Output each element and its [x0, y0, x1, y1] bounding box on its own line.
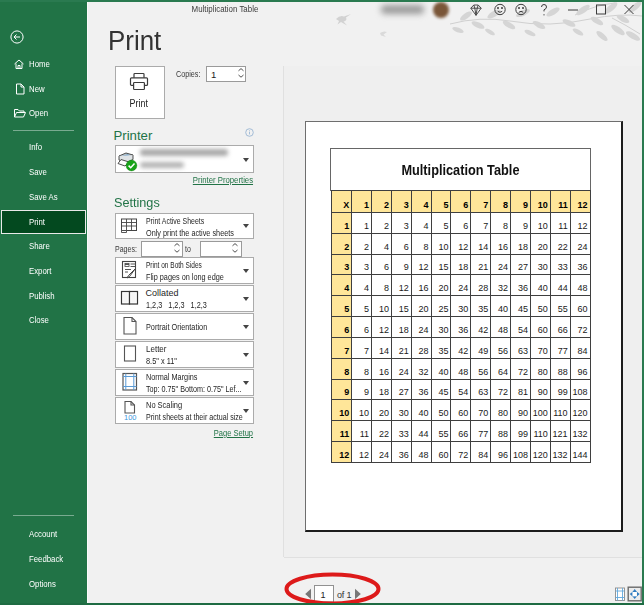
svg-text:100: 100: [124, 413, 137, 421]
